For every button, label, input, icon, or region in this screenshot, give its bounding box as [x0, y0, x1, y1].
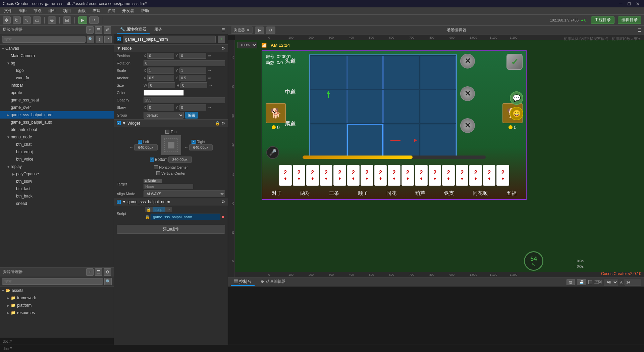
hierarchy-tree[interactable]: ▼ Canvas Main Camera ▼ bg: [0, 45, 114, 267]
menu-file[interactable]: 文件: [3, 7, 13, 14]
hierarchy-search-button[interactable]: 🔍: [87, 36, 94, 43]
move-anchor-button[interactable]: ⊕: [48, 16, 56, 24]
add-node-button[interactable]: +: [218, 36, 225, 43]
asset-item-platform[interactable]: ▶ 📁 platform: [0, 302, 114, 309]
card-13[interactable]: 2♦: [442, 165, 455, 186]
card-7[interactable]: 2♦: [361, 165, 373, 186]
scale-tool-button[interactable]: ⤡: [23, 16, 31, 24]
tree-item-btn-slow[interactable]: btn_slow: [0, 178, 114, 185]
rotation-input[interactable]: [144, 60, 225, 66]
menu-project[interactable]: 项目: [62, 7, 72, 14]
target-input[interactable]: [144, 184, 193, 189]
asset-add-button[interactable]: +: [86, 268, 94, 276]
card-11[interactable]: 2♦: [415, 165, 428, 186]
card-15[interactable]: 2♦: [469, 165, 482, 186]
card-12[interactable]: 2♦: [429, 165, 441, 186]
tree-item-wan-fa[interactable]: wan_fa: [0, 74, 114, 82]
size-h-input[interactable]: [180, 82, 207, 88]
tree-item-btn-fast[interactable]: btn_fast: [0, 185, 114, 192]
rotate-tool-button[interactable]: ↻: [13, 16, 21, 24]
grid-cell-2-3[interactable]: [383, 90, 419, 123]
menu-help[interactable]: 帮助: [140, 7, 150, 14]
skew-y-input[interactable]: [179, 104, 206, 111]
local-world-toggle[interactable]: ⊞: [63, 16, 71, 24]
card-6[interactable]: 2♦: [347, 165, 360, 186]
script-enabled-checkbox[interactable]: ✓: [117, 200, 121, 204]
scene-settings-button[interactable]: ☰: [638, 28, 641, 33]
grid-cell-3-3[interactable]: [383, 124, 419, 157]
node-section-header[interactable]: ▼ Node ⚙: [114, 45, 228, 52]
card-4[interactable]: 2♦: [320, 165, 333, 186]
scale-y-input[interactable]: [179, 68, 206, 74]
menu-edit[interactable]: 编辑: [17, 7, 28, 14]
x-button-mid[interactable]: ✕: [460, 86, 475, 101]
x-button-top[interactable]: ✕: [460, 54, 475, 69]
menu-node[interactable]: 节点: [32, 7, 43, 14]
console-font-size-input[interactable]: [625, 279, 641, 285]
move-tool-button[interactable]: ✥: [3, 16, 11, 24]
grid-cell-2-1[interactable]: [311, 90, 346, 123]
hierarchy-filter-button[interactable]: ↕: [96, 36, 103, 43]
card-10[interactable]: 2♦: [401, 165, 414, 186]
anchor-y-input[interactable]: [179, 75, 206, 81]
tree-item-game-sss-baipai-auto[interactable]: game_sss_baipai_auto: [0, 119, 114, 126]
tree-item-btn-voice[interactable]: btn_voice: [0, 156, 114, 163]
group-select[interactable]: default: [144, 112, 184, 119]
properties-settings-button[interactable]: ☰: [221, 28, 225, 32]
group-edit-button[interactable]: 编辑: [185, 112, 198, 119]
emoji-button[interactable]: 😄: [510, 107, 523, 120]
widget-right-input[interactable]: [189, 144, 213, 150]
color-picker[interactable]: [144, 90, 184, 96]
console-level-select[interactable]: All: [604, 279, 618, 285]
grid-cell-3-4[interactable]: [420, 124, 456, 157]
close-button[interactable]: ✕: [635, 1, 641, 6]
grid-cell-3-1[interactable]: [311, 124, 346, 157]
menu-component[interactable]: 组件: [47, 7, 58, 14]
tree-item-menu-node[interactable]: ▼ menu_node: [0, 133, 114, 141]
anim-editor-tab[interactable]: ⚙ 动画编辑器: [257, 278, 289, 286]
add-component-button[interactable]: 添加组件: [117, 225, 225, 234]
grid-cell-2-2[interactable]: [347, 90, 383, 123]
widget-section-header[interactable]: ✓ ▼ Widget 🔒 ⚙: [114, 120, 228, 127]
console-clear-button[interactable]: 🗑: [567, 279, 575, 285]
script-section-header[interactable]: ✓ ▼ game_sss_baipai_norm ⚙: [114, 198, 228, 206]
minimize-button[interactable]: ─: [618, 1, 624, 6]
grid-cell-2-4[interactable]: [420, 90, 456, 123]
tree-item-snead[interactable]: snead: [0, 200, 114, 207]
node-name-input[interactable]: [123, 36, 216, 43]
widget-left-checkbox[interactable]: ✓: [138, 140, 142, 144]
node-enabled-checkbox[interactable]: ✓: [117, 37, 121, 41]
mic-button[interactable]: 🎤: [266, 146, 279, 159]
grid-cell-1-3[interactable]: [383, 56, 419, 89]
asset-item-resources[interactable]: ▶ 📁 resources: [0, 309, 114, 316]
card-17[interactable]: 2♦: [496, 165, 509, 186]
tree-item-btn-emoji[interactable]: btn_emoji: [0, 148, 114, 156]
play-button[interactable]: ▶: [78, 16, 87, 24]
card-8[interactable]: 2♦: [374, 165, 387, 186]
grid-cell-1-4[interactable]: [420, 56, 456, 89]
scene-canvas-area[interactable]: 100% 📶 AM 12:24 房号: 020901 局数: 0/0: [235, 40, 644, 277]
card-1[interactable]: 2♦: [279, 165, 292, 186]
hierarchy-search-input[interactable]: [2, 36, 86, 43]
tree-item-game-sss-baipai-norm[interactable]: ▶ game_sss_baipai_norm: [0, 111, 114, 119]
tree-item-infobar[interactable]: infobar: [0, 82, 114, 89]
skew-x-input[interactable]: [147, 104, 174, 111]
tree-item-paly-or-pause[interactable]: ▶ palyOrpause: [0, 170, 114, 178]
scale-x-input[interactable]: [147, 68, 174, 74]
project-dir-button[interactable]: 工程目录: [591, 16, 614, 24]
browser-button[interactable]: 浏览器 ▼: [231, 27, 253, 34]
menu-layout[interactable]: 布局: [91, 7, 102, 14]
hierarchy-add-button[interactable]: +: [86, 26, 94, 34]
widget-right-checkbox[interactable]: ✓: [192, 140, 196, 144]
tree-item-oprate[interactable]: oprate: [0, 89, 114, 96]
asset-search-button[interactable]: 🔍: [104, 278, 112, 285]
rect-tool-button[interactable]: ▭: [33, 16, 41, 24]
hierarchy-refresh2-button[interactable]: ↺: [104, 36, 112, 43]
card-2[interactable]: 2♦: [293, 165, 306, 186]
menu-extend[interactable]: 扩展: [106, 7, 117, 14]
chat-button[interactable]: 💬: [510, 91, 523, 105]
widget-bottom-checkbox[interactable]: ✓: [150, 158, 154, 162]
refresh-button[interactable]: ↺: [89, 16, 99, 24]
anchor-x-input[interactable]: [147, 75, 174, 81]
x-button-bot[interactable]: ✕: [460, 118, 475, 133]
